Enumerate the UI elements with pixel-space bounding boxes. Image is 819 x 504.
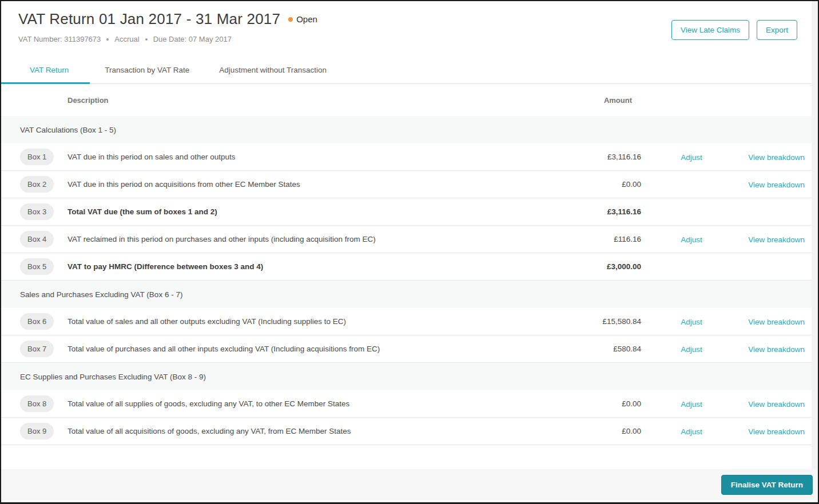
status-open-dot-icon [288,17,293,22]
section-header: Sales and Purchases Excluding VAT (Box 6… [1,281,818,308]
column-header-amount: Amount [561,96,658,105]
view-breakdown-link[interactable]: View breakdown [748,400,805,409]
table-row: Box 7 Total value of purchases and all o… [1,335,818,363]
adjust-link[interactable]: Adjust [681,427,702,436]
vertical-scrollbar[interactable] [812,1,818,469]
footer-bar: Finalise VAT Return [1,469,818,500]
adjust-link[interactable]: Adjust [681,318,702,326]
adjust-link[interactable]: Adjust [681,235,702,244]
page-title: VAT Return 01 Jan 2017 - 31 Mar 2017 [18,10,280,28]
row-amount: £580.84 [561,345,658,353]
row-amount: £0.00 [561,180,658,189]
meta-separator [145,38,148,41]
box-badge: Box 4 [20,231,54,247]
row-description: Total value of all acquisitions of goods… [67,427,561,435]
row-amount: £116.16 [561,235,658,243]
row-description: VAT reclaimed in this period on purchase… [67,235,561,243]
view-breakdown-link[interactable]: View breakdown [748,235,805,244]
finalise-vat-return-button[interactable]: Finalise VAT Return [721,475,813,495]
row-description: Total value of purchases and all other i… [67,345,561,353]
view-breakdown-link[interactable]: View breakdown [748,153,805,162]
table-row: Box 2 VAT due in this period on acquisit… [1,171,818,198]
row-amount: £0.00 [561,399,658,408]
table-row: Box 5 VAT to pay HMRC (Difference betwee… [1,253,818,281]
box-badge: Box 7 [20,341,54,357]
row-amount: £15,580.84 [561,317,658,326]
status-label: Open [296,14,317,24]
box-badge: Box 1 [20,149,54,165]
status-badge: Open [288,14,317,24]
tab-vat-return[interactable]: VAT Return [1,57,90,84]
row-description: Total value of all supplies of goods, ex… [67,399,561,408]
row-description: VAT due in this period on sales and othe… [67,153,561,161]
page-header: VAT Return 01 Jan 2017 - 31 Mar 2017 Ope… [1,1,818,57]
vat-number-text: VAT Number: 311397673 [18,35,101,43]
row-description: VAT due in this period on acquisitions f… [67,180,561,189]
view-breakdown-link[interactable]: View breakdown [748,345,805,354]
box-badge: Box 6 [20,313,54,330]
tab-adjustment-without-transaction[interactable]: Adjustment without Transaction [204,57,341,84]
section-header: VAT Calculations (Box 1 - 5) [1,116,818,143]
export-button[interactable]: Export [757,20,797,40]
table-row: Box 1 VAT due in this period on sales an… [1,143,818,171]
view-breakdown-link[interactable]: View breakdown [748,181,805,189]
vat-return-table: VAT Calculations (Box 1 - 5) Box 1 VAT d… [1,116,818,445]
table-header-row: Description Amount [1,84,818,116]
section-header: EC Supplies and Purchases Excluding VAT … [1,363,818,390]
row-amount: £0.00 [561,427,658,435]
row-description: VAT to pay HMRC (Difference between boxe… [67,262,561,271]
box-badge: Box 9 [20,423,54,439]
row-amount: £3,000.00 [561,262,658,271]
box-badge: Box 3 [20,203,54,220]
tab-bar: VAT Return Transaction by VAT Rate Adjus… [1,57,818,84]
table-row: Box 6 Total value of sales and all other… [1,308,818,335]
view-late-claims-button[interactable]: View Late Claims [671,20,749,40]
view-breakdown-link[interactable]: View breakdown [748,427,805,436]
box-badge: Box 8 [20,395,54,412]
row-amount: £3,116.16 [561,153,658,161]
due-date-text: Due Date: 07 May 2017 [153,35,232,43]
box-badge: Box 5 [20,258,54,275]
box-badge: Box 2 [20,176,54,193]
vat-return-window: VAT Return 01 Jan 2017 - 31 Mar 2017 Ope… [0,0,819,504]
table-row: Box 9 Total value of all acquisitions of… [1,418,818,445]
adjust-link[interactable]: Adjust [681,345,702,354]
tab-transaction-by-vat-rate[interactable]: Transaction by VAT Rate [90,57,204,84]
row-description: Total VAT due (the sum of boxes 1 and 2) [67,207,561,216]
table-row: Box 4 VAT reclaimed in this period on pu… [1,226,818,253]
column-header-description: Description [20,96,561,105]
row-amount: £3,116.16 [561,207,658,216]
adjust-link[interactable]: Adjust [681,400,702,409]
view-breakdown-link[interactable]: View breakdown [748,318,805,326]
adjust-link[interactable]: Adjust [681,153,702,162]
table-row: Box 8 Total value of all supplies of goo… [1,390,818,418]
accounting-basis-text: Accrual [114,35,139,43]
table-row: Box 3 Total VAT due (the sum of boxes 1 … [1,198,818,226]
meta-separator [106,38,109,41]
row-description: Total value of sales and all other outpu… [67,317,561,326]
